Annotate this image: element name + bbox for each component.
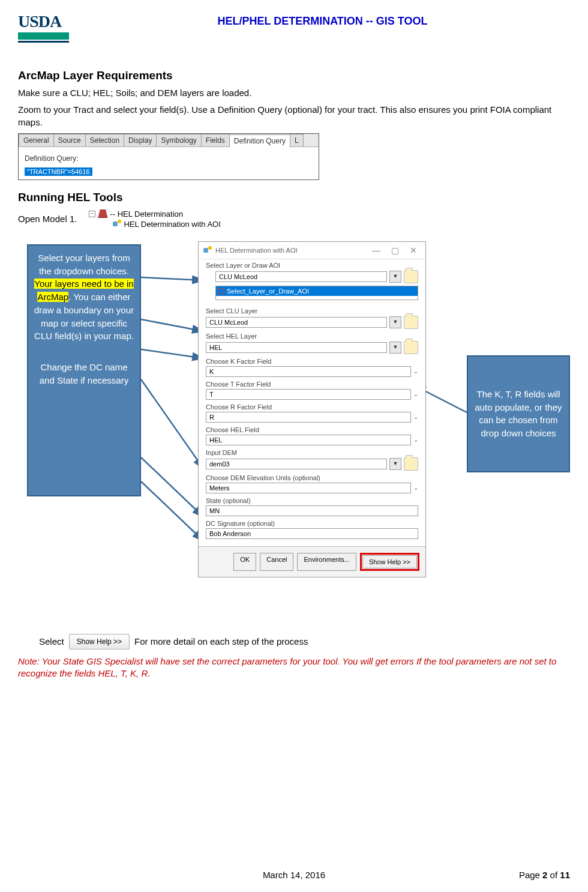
select-text-pre: Select	[39, 636, 64, 646]
tree-child-row[interactable]: HEL Determination with AOI	[89, 219, 220, 229]
callout-left: Select your layers from the dropdown cho…	[27, 244, 141, 496]
hel-layer-input[interactable]	[206, 342, 387, 353]
tab-display[interactable]: Display	[124, 134, 157, 146]
dem-units-input[interactable]	[206, 483, 411, 493]
usda-logo-bar-green	[18, 32, 69, 40]
document-title: HEL/PHEL DETERMINATION -- GIS TOOL	[75, 15, 570, 28]
svg-line-3	[141, 379, 204, 469]
dropdown-button[interactable]: ▼	[389, 316, 401, 328]
dc-signature-input[interactable]	[206, 528, 418, 539]
select-layer-input[interactable]	[215, 271, 387, 282]
callout-text: Select your layers from the dropdown cho…	[32, 252, 136, 343]
dem-input[interactable]	[206, 459, 387, 469]
footer-date: March 14, 2016	[18, 870, 570, 880]
usda-logo: USDA	[18, 12, 69, 45]
t-factor-input[interactable]	[206, 389, 411, 400]
section-heading-running: Running HEL Tools	[18, 191, 570, 204]
layer-listbox[interactable]: Select_Layer_or_Draw_AOI	[215, 286, 418, 300]
list-item-label: Select_Layer_or_Draw_AOI	[227, 288, 309, 295]
definition-query-value[interactable]: "TRACTNBR"=54616	[25, 167, 92, 176]
environments-button[interactable]: Environments...	[297, 553, 356, 571]
model-tree: − -- HEL Determination HEL Determination…	[89, 209, 220, 229]
field-label: DC Signature (optional)	[206, 520, 418, 527]
show-help-button[interactable]: Show Help >>	[362, 555, 417, 568]
select-help-line: Select Show Help >> For more detail on e…	[39, 634, 308, 649]
tab-general[interactable]: General	[19, 134, 54, 146]
open-model-text: Open Model 1.	[18, 214, 77, 224]
tab-source[interactable]: Source	[53, 134, 86, 146]
hel-dialog: HEL Determination with AOI — ▢ ✕ Select …	[198, 241, 426, 577]
dialog-title: HEL Determination with AOI	[215, 247, 365, 254]
list-item-selected[interactable]: Select_Layer_or_Draw_AOI	[216, 286, 418, 296]
svg-line-1	[141, 319, 204, 331]
highlight-box: Show Help >>	[360, 553, 419, 571]
browse-button[interactable]	[404, 341, 418, 354]
minimize-button[interactable]: —	[368, 246, 384, 255]
footer-page: Page 2 of 11	[519, 870, 570, 880]
field-label: Select CLU Layer	[206, 307, 418, 315]
note-text: Note: Your State GIS Specialist will hav…	[18, 655, 570, 680]
k-factor-input[interactable]	[206, 366, 411, 377]
clu-layer-input[interactable]	[206, 317, 387, 328]
model-icon	[113, 220, 121, 228]
r-factor-input[interactable]	[206, 412, 411, 423]
chevron-down-icon[interactable]: ⌄	[413, 391, 418, 397]
state-input[interactable]	[206, 505, 418, 516]
collapse-icon[interactable]: −	[89, 211, 95, 217]
close-button[interactable]: ✕	[406, 246, 421, 255]
dialog-titlebar: HEL Determination with AOI — ▢ ✕	[199, 242, 425, 259]
tab-selection[interactable]: Selection	[85, 134, 124, 146]
tab-fields[interactable]: Fields	[201, 134, 230, 146]
select-text-post: For more detail on each step of the proc…	[134, 636, 308, 646]
tree-root-label: -- HEL Determination	[110, 209, 183, 218]
chevron-down-icon[interactable]: ⌄	[413, 368, 418, 375]
dropdown-button[interactable]: ▼	[389, 271, 401, 283]
field-label: Choose R Factor Field	[206, 403, 418, 411]
dialog-tabs: General Source Selection Display Symbolo…	[19, 134, 319, 147]
field-label: Choose T Factor Field	[206, 381, 418, 388]
field-label: Choose HEL Field	[206, 426, 418, 433]
browse-button[interactable]	[404, 270, 418, 283]
section-heading-arcmap: ArcMap Layer Requirements	[18, 69, 570, 82]
tab-definition-query[interactable]: Definition Query	[229, 134, 290, 147]
tab-overflow[interactable]: L	[290, 134, 304, 146]
chevron-down-icon[interactable]: ⌄	[413, 414, 418, 420]
field-label: Select HEL Layer	[206, 333, 418, 340]
svg-line-0	[141, 277, 204, 280]
svg-line-4	[141, 457, 204, 517]
dropdown-button[interactable]: ▼	[389, 342, 401, 354]
definition-query-dialog: General Source Selection Display Symbolo…	[18, 133, 319, 180]
chevron-down-icon[interactable]: ⌄	[413, 436, 418, 443]
page-footer: March 14, 2016 Page 2 of 11	[18, 870, 570, 880]
field-label: State (optional)	[206, 497, 418, 504]
browse-button[interactable]	[404, 316, 418, 329]
document-header: USDA HEL/PHEL DETERMINATION -- GIS TOOL	[18, 12, 570, 45]
callout-text-right: The K, T, R fields will auto populate, o…	[472, 388, 565, 440]
callout-text-dc: Change the DC name and State if necessar…	[32, 361, 136, 387]
tab-symbology[interactable]: Symbology	[156, 134, 201, 146]
callout-right: The K, T, R fields will auto populate, o…	[467, 355, 570, 472]
svg-line-2	[141, 349, 204, 358]
maximize-button[interactable]: ▢	[388, 246, 403, 255]
page-total: 11	[560, 870, 570, 880]
field-label: Choose K Factor Field	[206, 358, 418, 365]
browse-button[interactable]	[404, 457, 418, 471]
usda-logo-text: USDA	[18, 12, 69, 31]
usda-logo-bar-blue	[18, 41, 69, 43]
toolbox-icon	[98, 209, 107, 218]
dialog-button-row: OK Cancel Environments... Show Help >>	[199, 546, 425, 577]
definition-query-label: Definition Query:	[25, 154, 313, 163]
model-icon	[203, 246, 212, 255]
chevron-down-icon[interactable]: ⌄	[413, 484, 418, 491]
page-label: Page	[519, 870, 542, 880]
cancel-button[interactable]: Cancel	[260, 553, 293, 571]
tree-root-row[interactable]: − -- HEL Determination	[89, 209, 220, 219]
page-sep: of	[547, 870, 560, 880]
svg-line-5	[141, 481, 204, 541]
dropdown-button[interactable]: ▼	[389, 458, 401, 470]
show-help-button-inline[interactable]: Show Help >>	[69, 634, 130, 649]
tree-child-label: HEL Determination with AOI	[124, 220, 220, 229]
hel-field-input[interactable]	[206, 435, 411, 445]
body-text: Make sure a CLU; HEL; Soils; and DEM lay…	[18, 87, 570, 99]
ok-button[interactable]: OK	[233, 553, 256, 571]
